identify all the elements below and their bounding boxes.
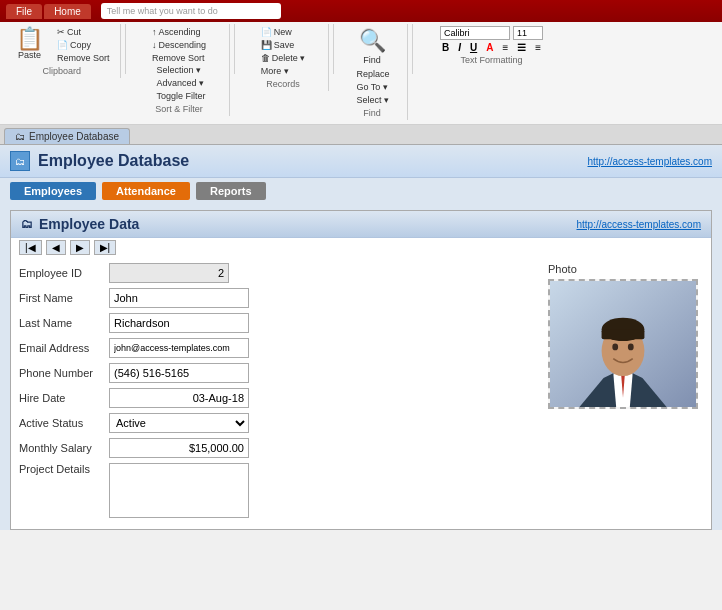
font-name-box[interactable]: Calibri <box>440 26 510 40</box>
font-size-box[interactable]: 11 <box>513 26 543 40</box>
title-bar: File Home Tell me what you want to do <box>0 0 722 22</box>
new-record-button[interactable]: 📄New <box>257 26 310 38</box>
form-link[interactable]: http://access-templates.com <box>577 219 702 230</box>
svg-point-8 <box>612 344 618 351</box>
employees-nav-button[interactable]: Employees <box>10 182 96 200</box>
last-name-row: Last Name <box>19 313 532 333</box>
sort-filter-label: Sort & Filter <box>155 104 203 114</box>
monthly-salary-row: Monthly Salary <box>19 438 532 458</box>
delete-icon: 🗑 <box>261 53 270 63</box>
copy-button[interactable]: 📄Copy <box>53 39 114 51</box>
ribbon-separator-1 <box>125 24 126 74</box>
delete-record-button[interactable]: 🗑Delete ▾ <box>257 52 310 64</box>
hire-date-input[interactable] <box>109 388 249 408</box>
goto-button[interactable]: Go To ▾ <box>353 81 394 93</box>
form-title: 🗂 Employee Data <box>21 216 139 232</box>
monthly-salary-input[interactable] <box>109 438 249 458</box>
last-name-input[interactable] <box>109 313 249 333</box>
ascending-button[interactable]: ↑Ascending <box>148 26 210 38</box>
next-record-button[interactable]: ▶ <box>70 240 90 255</box>
reports-nav-button[interactable]: Reports <box>196 182 266 200</box>
photo-label: Photo <box>548 263 703 275</box>
last-name-label: Last Name <box>19 317 109 329</box>
bold-button[interactable]: B <box>439 42 452 53</box>
search-box[interactable]: Tell me what you want to do <box>101 3 281 19</box>
descending-button[interactable]: ↓Descending <box>148 39 210 51</box>
first-name-input[interactable] <box>109 288 249 308</box>
form-body: Employee ID First Name Last Name Email A… <box>11 257 711 529</box>
paste-icon: 📋 <box>16 28 43 50</box>
project-details-row: Project Details <box>19 463 532 518</box>
find-group: 🔍 Find Replace Go To ▾ Select ▾ Find <box>338 24 408 120</box>
email-row: Email Address <box>19 338 532 358</box>
new-icon: 📄 <box>261 27 272 37</box>
app-area: 🗂 Employee Database http://access-templa… <box>0 145 722 530</box>
remove-sort-filter-button[interactable]: Remove Sort <box>148 52 210 64</box>
doc-tab-label: Employee Database <box>29 131 119 142</box>
home-tab[interactable]: Home <box>44 4 91 19</box>
underline-button[interactable]: U <box>467 42 480 53</box>
selection-button[interactable]: Selection ▾ <box>153 64 210 76</box>
employee-photo <box>550 279 696 409</box>
ribbon-separator-2 <box>234 24 235 74</box>
hire-date-row: Hire Date <box>19 388 532 408</box>
app-header-link[interactable]: http://access-templates.com <box>588 156 713 167</box>
phone-label: Phone Number <box>19 367 109 379</box>
ascending-icon: ↑ <box>152 27 157 37</box>
toggle-filter-button[interactable]: Toggle Filter <box>153 90 210 102</box>
save-record-button[interactable]: 💾Save <box>257 39 310 51</box>
email-input[interactable] <box>109 338 249 358</box>
photo-frame <box>548 279 698 409</box>
cut-button[interactable]: ✂Cut <box>53 26 114 38</box>
phone-input[interactable] <box>109 363 249 383</box>
last-record-button[interactable]: ▶| <box>94 240 117 255</box>
app-header-icon: 🗂 <box>10 151 30 171</box>
prev-record-button[interactable]: ◀ <box>46 240 66 255</box>
record-nav: |◀ ◀ ▶ ▶| <box>11 238 711 257</box>
italic-button[interactable]: I <box>455 42 464 53</box>
active-status-label: Active Status <box>19 417 109 429</box>
remove-sort-button[interactable]: Remove Sort <box>53 52 114 64</box>
active-status-select[interactable]: Active Inactive <box>109 413 249 433</box>
hire-date-label: Hire Date <box>19 392 109 404</box>
first-name-row: First Name <box>19 288 532 308</box>
first-name-label: First Name <box>19 292 109 304</box>
project-details-label: Project Details <box>19 463 109 475</box>
paste-label: Paste <box>18 50 41 60</box>
text-formatting-group: Calibri 11 B I U A ≡ ☰ ≡ Text Formatting <box>417 24 567 67</box>
paste-button[interactable]: 📋 Paste <box>10 26 49 62</box>
app-header: 🗂 Employee Database http://access-templa… <box>0 145 722 178</box>
replace-button[interactable]: Replace <box>353 68 394 80</box>
align-left-button[interactable]: ≡ <box>499 42 511 53</box>
align-right-button[interactable]: ≡ <box>532 42 544 53</box>
find-icon: 🔍 <box>359 28 386 54</box>
align-center-button[interactable]: ☰ <box>514 42 529 53</box>
sort-filter-group: ↑Ascending ↓Descending Remove Sort Selec… <box>130 24 230 116</box>
file-tab[interactable]: File <box>6 4 42 19</box>
svg-point-9 <box>628 344 634 351</box>
employee-database-tab[interactable]: 🗂 Employee Database <box>4 128 130 144</box>
employee-id-label: Employee ID <box>19 267 109 279</box>
attendance-nav-button[interactable]: Attendance <box>102 182 190 200</box>
form-title-icon: 🗂 <box>21 217 33 231</box>
search-placeholder: Tell me what you want to do <box>107 6 218 16</box>
first-record-button[interactable]: |◀ <box>19 240 42 255</box>
ribbon: 📋 Paste ✂Cut 📄Copy Remove Sort Clipboard… <box>0 22 722 125</box>
ribbon-separator-4 <box>412 24 413 74</box>
advanced-button[interactable]: Advanced ▾ <box>153 77 210 89</box>
clipboard-label: Clipboard <box>43 66 82 76</box>
clipboard-col: ✂Cut 📄Copy Remove Sort <box>53 26 114 64</box>
nav-bar: Employees Attendance Reports <box>0 178 722 204</box>
employee-id-input[interactable] <box>109 263 229 283</box>
copy-icon: 📄 <box>57 40 68 50</box>
font-color-button[interactable]: A <box>483 42 496 53</box>
email-label: Email Address <box>19 342 109 354</box>
find-button[interactable]: Find <box>359 54 385 66</box>
doc-tab-bar: 🗂 Employee Database <box>0 125 722 145</box>
form-header: 🗂 Employee Data http://access-templates.… <box>11 211 711 238</box>
employee-id-row: Employee ID <box>19 263 532 283</box>
title-bar-tabs: File Home <box>6 4 91 19</box>
project-details-textarea[interactable] <box>109 463 249 518</box>
select-button[interactable]: Select ▾ <box>353 94 394 106</box>
more-button[interactable]: More ▾ <box>257 65 310 77</box>
